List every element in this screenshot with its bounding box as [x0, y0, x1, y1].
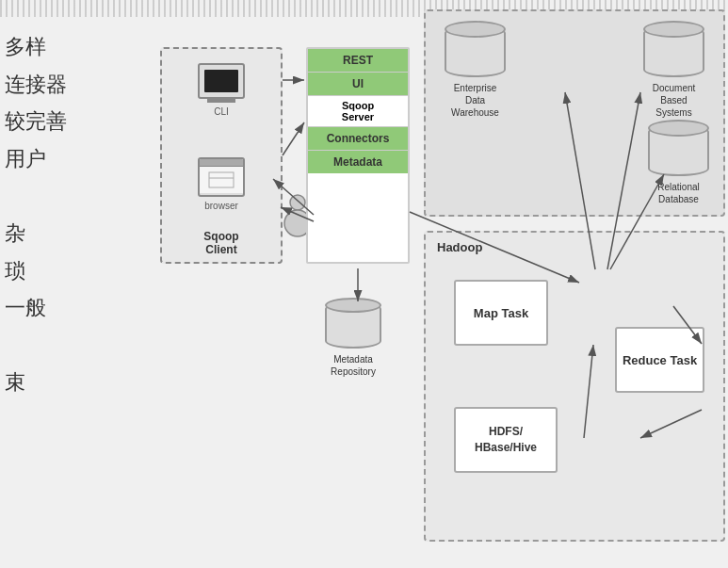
architecture-diagram: CLI browser Sqoop Client	[160, 9, 725, 556]
reduce-task-box: Reduce Task	[615, 327, 704, 393]
text-line-7: 琐	[5, 252, 160, 290]
browser-bar	[200, 159, 243, 167]
dbs-label: Document Based Systems	[643, 82, 704, 119]
sqoop-client-label: Sqoop Client	[203, 230, 238, 256]
ui-block: UI	[308, 73, 408, 96]
text-line-3: 较完善	[5, 103, 160, 140]
cli-container: CLI	[198, 63, 245, 117]
browser-content	[200, 167, 243, 193]
browser-container: browser	[198, 157, 245, 211]
dbs-container: Document Based Systems	[643, 25, 704, 119]
edw-cylinder	[445, 25, 506, 77]
dbs-cylinder	[643, 25, 704, 77]
left-text-panel: 多样 连接器 较完善 用户 杂 琐 一般 束	[0, 19, 165, 411]
rdb-label: Relational Database	[648, 181, 709, 205]
text-line-9	[5, 327, 160, 365]
cli-icon	[198, 63, 245, 99]
svg-point-2	[290, 195, 305, 210]
text-line-8: 一般	[5, 289, 160, 327]
text-line-1: 多样	[5, 28, 160, 66]
cli-label: CLI	[198, 106, 245, 117]
browser-label: browser	[198, 201, 245, 211]
metadata-block: Metadata	[308, 151, 408, 173]
hadoop-label: Hadoop	[437, 240, 482, 254]
text-line-10: 束	[5, 364, 160, 401]
connectors-block: Connectors	[308, 127, 408, 151]
map-task-box: Map Task	[454, 280, 548, 346]
metadata-repo-label: Metadata Repository	[325, 353, 381, 378]
text-line-6: 杂	[5, 215, 160, 252]
hadoop-box: Hadoop Map Task Reduce Task HDFS/ HBase/…	[424, 231, 725, 542]
sqoop-server-label: SqoopServer	[308, 96, 408, 127]
rdb-cylinder	[648, 124, 709, 176]
svg-line-7	[283, 122, 304, 155]
cli-screen	[204, 70, 238, 92]
sqoop-client-box: CLI browser Sqoop Client	[160, 47, 283, 264]
rdb-container: Relational Database	[648, 124, 709, 205]
text-line-4: 用户	[5, 140, 160, 178]
text-line-5	[5, 177, 160, 215]
sqoop-server-box: REST UI SqoopServer Connectors Metadata	[306, 47, 410, 264]
edw-container: Enterprise Data Warehouse	[445, 25, 506, 119]
metadata-cylinder	[325, 301, 381, 349]
text-line-2: 连接器	[5, 66, 160, 104]
svg-rect-0	[209, 172, 234, 187]
browser-icon	[198, 157, 245, 197]
hdfs-box: HDFS/ HBase/Hive	[454, 407, 558, 473]
edw-label: Enterprise Data Warehouse	[445, 82, 506, 119]
database-box: Enterprise Data Warehouse Document Based…	[424, 9, 725, 217]
rest-block: REST	[308, 49, 408, 73]
metadata-repo: Metadata Repository	[325, 301, 381, 378]
